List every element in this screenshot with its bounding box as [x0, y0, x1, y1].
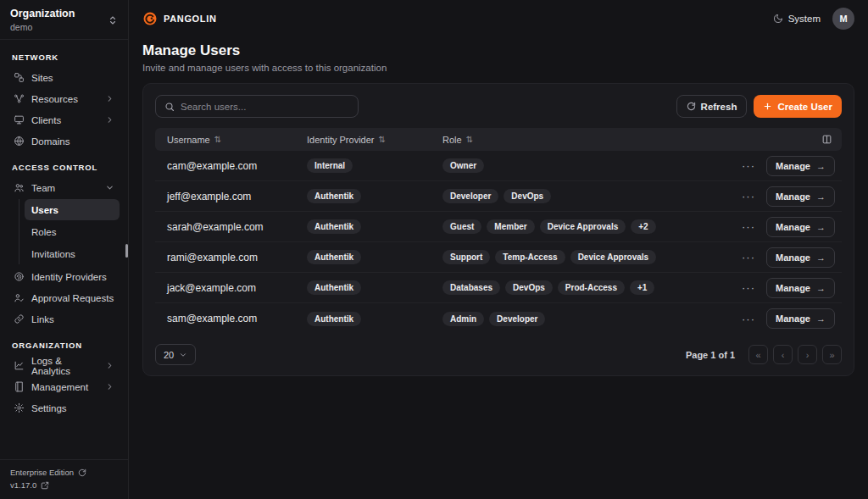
- table-header-row: Username⇅Identity Provider⇅Role⇅: [155, 128, 842, 151]
- idp-badge: Authentik: [307, 280, 361, 295]
- role-badge: DevOps: [505, 280, 553, 295]
- brand-name: PANGOLIN: [164, 14, 217, 24]
- column-header-identity-provider[interactable]: Identity Provider⇅: [300, 135, 436, 145]
- manage-button[interactable]: Manage→: [766, 308, 835, 329]
- sidebar-item-settings[interactable]: Settings: [8, 397, 120, 419]
- identity-icon: [14, 271, 25, 282]
- idp-badge: Authentik: [307, 189, 361, 203]
- sidebar-item-label: Identity Providers: [31, 272, 107, 282]
- row-menu-button[interactable]: ···: [739, 189, 758, 203]
- sidebar-item-identity-providers[interactable]: Identity Providers: [8, 266, 120, 287]
- org-switcher[interactable]: Organization demo: [0, 0, 128, 40]
- page-prev-button[interactable]: ‹: [773, 345, 793, 364]
- row-menu-button[interactable]: ···: [739, 250, 758, 264]
- role-badge: Developer: [489, 312, 545, 326]
- username-cell: cam@example.com: [160, 160, 300, 172]
- row-menu-button[interactable]: ···: [739, 280, 758, 295]
- chevron-down-icon: [179, 351, 187, 359]
- theme-toggle[interactable]: System: [773, 14, 821, 24]
- logs-icon: [14, 360, 25, 371]
- sidebar-item-resources[interactable]: Resources: [8, 88, 120, 109]
- create-user-label: Create User: [777, 102, 832, 112]
- page-title: Manage Users: [142, 42, 854, 59]
- sidebar-item-team[interactable]: Team: [8, 177, 120, 198]
- refresh-label: Refresh: [701, 102, 737, 112]
- team-icon: [14, 182, 25, 193]
- manage-button[interactable]: Manage→: [766, 156, 835, 176]
- table-row: sam@example.comAuthentikAdminDeveloper··…: [155, 303, 842, 334]
- username-cell: sam@example.com: [160, 313, 300, 324]
- external-link-icon[interactable]: [41, 481, 49, 490]
- page-next-button[interactable]: ›: [798, 345, 817, 364]
- search-input[interactable]: [181, 102, 349, 112]
- page-first-button[interactable]: «: [748, 345, 768, 364]
- sidebar-item-label: Settings: [31, 403, 67, 413]
- page-header: Manage Users Invite and manage users wit…: [129, 37, 868, 73]
- sidebar-scrollbar[interactable]: [125, 244, 128, 258]
- role-badge: Databases: [442, 280, 500, 295]
- row-menu-button[interactable]: ···: [739, 158, 758, 173]
- refresh-button[interactable]: Refresh: [676, 95, 748, 118]
- column-header-role[interactable]: Role⇅: [436, 135, 735, 145]
- sidebar-item-links[interactable]: Links: [8, 308, 120, 330]
- page-size-value: 20: [164, 350, 174, 360]
- sidebar-item-management[interactable]: Management: [8, 376, 120, 397]
- page-size-select[interactable]: 20: [155, 344, 196, 365]
- app-window: Organization demo NETWORKSitesResourcesC…: [0, 0, 868, 499]
- manage-button[interactable]: Manage→: [766, 186, 835, 207]
- manage-button[interactable]: Manage→: [766, 278, 835, 298]
- arrow-right-icon: →: [816, 161, 826, 171]
- page-last-button[interactable]: »: [822, 345, 842, 364]
- role-badge: Member: [487, 219, 534, 234]
- sidebar-item-label: Management: [31, 382, 88, 392]
- username-cell: rami@example.com: [160, 252, 300, 263]
- role-badge: Support: [442, 250, 490, 264]
- sidebar-item-label: Domains: [31, 136, 70, 147]
- row-menu-button[interactable]: ···: [739, 312, 758, 326]
- sidebar-item-roles[interactable]: Roles: [25, 221, 120, 242]
- sidebar-item-sites[interactable]: Sites: [8, 67, 120, 88]
- sidebar-item-label: Sites: [31, 73, 53, 83]
- main-area: PANGOLIN System M Manage Users Invite an…: [129, 0, 868, 499]
- pangolin-logo-icon: [142, 11, 158, 26]
- resources-icon: [14, 93, 25, 104]
- sort-icon: ⇅: [466, 135, 473, 144]
- search-box: [155, 95, 359, 118]
- idp-badge: Authentik: [307, 250, 361, 264]
- version-label: v1.17.0: [10, 480, 36, 490]
- row-menu-button[interactable]: ···: [739, 219, 758, 234]
- table-body: cam@example.comInternalOwner···Manage→je…: [155, 151, 842, 334]
- columns-icon[interactable]: [818, 131, 835, 148]
- sidebar-item-clients[interactable]: Clients: [8, 109, 120, 130]
- manage-button[interactable]: Manage→: [766, 247, 835, 268]
- arrow-right-icon: →: [816, 283, 826, 293]
- chevron-right-icon: [105, 94, 114, 103]
- sidebar-item-domains[interactable]: Domains: [8, 130, 120, 152]
- search-icon: [164, 102, 175, 112]
- sidebar-section-label: ACCESS CONTROL: [12, 163, 116, 172]
- sidebar-item-users[interactable]: Users: [25, 199, 120, 220]
- sidebar-item-label: Logs & Analytics: [31, 356, 98, 376]
- sidebar-item-label: Resources: [31, 94, 78, 104]
- sidebar-item-approval-requests[interactable]: Approval Requests: [8, 287, 120, 308]
- role-badge: Temp-Access: [495, 250, 565, 264]
- column-header-username[interactable]: Username⇅: [160, 135, 300, 145]
- table-toolbar: Refresh Create User: [155, 95, 842, 118]
- role-badge: Owner: [442, 158, 484, 173]
- username-cell: jeff@example.com: [160, 191, 300, 202]
- sidebar-item-invitations[interactable]: Invitations: [25, 243, 120, 264]
- chevron-right-icon: [105, 115, 114, 125]
- manage-button[interactable]: Manage→: [766, 217, 835, 237]
- role-badge: Device Approvals: [540, 219, 626, 234]
- arrow-right-icon: →: [816, 222, 826, 232]
- sidebar-item-label: Team: [31, 183, 55, 193]
- avatar[interactable]: M: [832, 8, 854, 30]
- username-cell: sarah@example.com: [160, 221, 300, 233]
- create-user-button[interactable]: Create User: [754, 95, 842, 118]
- users-card: Refresh Create User Username⇅Identity Pr…: [142, 83, 854, 376]
- edition-label: Enterprise Edition: [10, 468, 74, 477]
- sidebar-item-label: Approval Requests: [31, 293, 114, 303]
- page-indicator: Page 1 of 1: [686, 350, 735, 360]
- sidebar-item-logs-analytics[interactable]: Logs & Analytics: [8, 355, 120, 376]
- role-badge: Guest: [442, 219, 481, 234]
